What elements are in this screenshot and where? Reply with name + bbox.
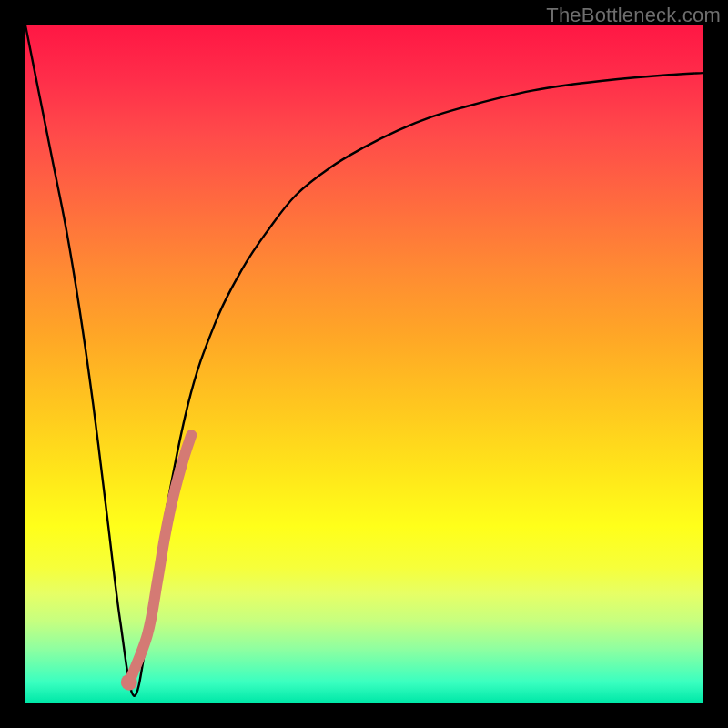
plot-area — [25, 25, 703, 703]
highlight-segment-path — [129, 435, 191, 682]
chart-frame: TheBottleneck.com — [0, 0, 728, 728]
bottleneck-curve-path — [25, 25, 703, 696]
watermark-label: TheBottleneck.com — [546, 4, 721, 27]
optimal-point-marker — [121, 674, 137, 691]
chart-svg — [25, 25, 703, 703]
